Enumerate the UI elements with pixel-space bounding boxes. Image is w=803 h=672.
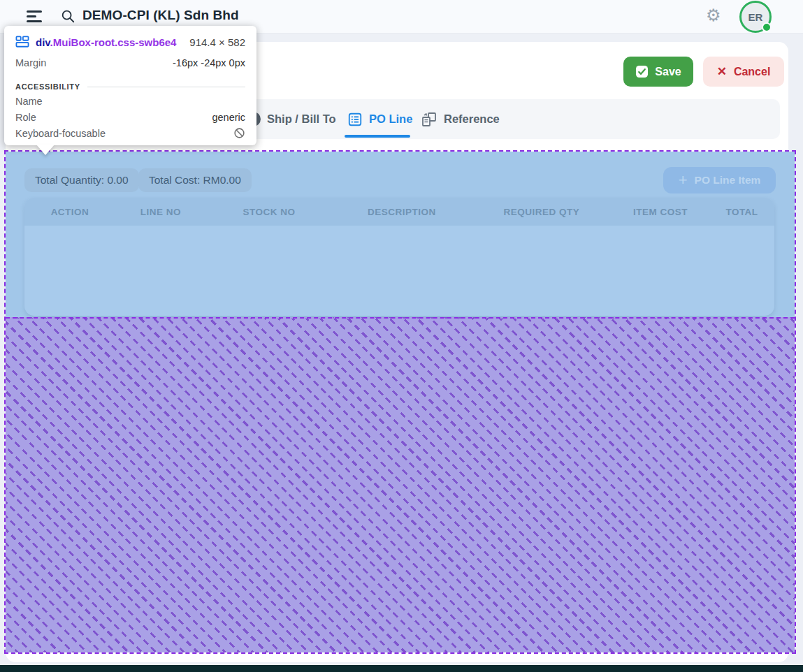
a11y-keyboard-label: Keyboard-focusable: [15, 128, 106, 139]
save-button[interactable]: Save: [623, 57, 693, 87]
column-header: TOTAL: [709, 207, 774, 217]
a11y-role-label: Role: [15, 112, 36, 123]
menu-icon[interactable]: [27, 10, 42, 23]
avatar[interactable]: ER: [739, 1, 772, 33]
tab-ship-bill-to[interactable]: Ship / Bill To: [246, 99, 336, 139]
inspected-dimensions: 914.4 × 582: [189, 36, 245, 48]
highlight-content-zone: Total Quantity: 0.00 Total Cost: RM0.00 …: [6, 152, 795, 317]
a11y-name-label: Name: [15, 96, 43, 107]
column-header: STOCK NO: [206, 207, 332, 217]
a11y-role-value: generic: [212, 112, 245, 123]
check-icon: [635, 65, 649, 78]
avatar-initials: ER: [748, 11, 763, 23]
total-quantity-chip: Total Quantity: 0.00: [24, 168, 139, 192]
inspected-selector: div.MuiBox-root.css-swb6e4: [36, 36, 176, 48]
active-tab-indicator: [345, 135, 410, 138]
margin-value: -16px -24px 0px: [173, 57, 245, 68]
tooltip-pointer: [36, 145, 55, 155]
online-status-dot: [762, 22, 772, 32]
po-line-table-header-row: ACTION LINE NO STOCK NO DESCRIPTION REQU…: [24, 198, 774, 226]
section-divider: [87, 87, 245, 87]
add-po-line-item-label: PO Line Item: [695, 174, 761, 187]
margin-label: Margin: [15, 57, 46, 68]
column-header: REQUIRED QTY: [472, 207, 612, 217]
search-icon[interactable]: [60, 8, 75, 24]
devtools-panel-edge: [0, 665, 803, 672]
column-header: LINE NO: [115, 207, 206, 217]
plus-icon: +: [679, 173, 688, 188]
column-header: ITEM COST: [612, 207, 709, 217]
not-focusable-icon: [233, 127, 245, 139]
tab-po-line[interactable]: PO Line: [347, 99, 412, 139]
highlight-margin-zone: [6, 317, 795, 652]
column-header: DESCRIPTION: [332, 207, 472, 217]
add-po-line-item-button[interactable]: + PO Line Item: [663, 167, 776, 193]
total-cost-chip: Total Cost: RM0.00: [138, 168, 252, 192]
accessibility-section-title: ACCESSIBILITY: [15, 82, 80, 91]
po-line-table: ACTION LINE NO STOCK NO DESCRIPTION REQU…: [24, 198, 774, 316]
cancel-button[interactable]: ✕ Cancel: [703, 57, 784, 87]
tab-label: PO Line: [369, 112, 412, 126]
reference-docs-icon: [421, 111, 437, 128]
column-header: ACTION: [24, 207, 115, 217]
cancel-label: Cancel: [734, 66, 770, 78]
tab-label: Ship / Bill To: [267, 112, 336, 126]
tab-label: Reference: [444, 112, 500, 126]
devtools-element-tooltip: div.MuiBox-root.css-swb6e4 914.4 × 582 M…: [4, 26, 256, 145]
save-label: Save: [655, 66, 681, 78]
list-icon: [347, 112, 363, 127]
layout-grid-icon: [15, 36, 29, 48]
devtools-highlight-overlay: Total Quantity: 0.00 Total Cost: RM0.00 …: [4, 150, 796, 654]
tab-reference[interactable]: Reference: [421, 99, 500, 139]
close-icon: ✕: [717, 64, 727, 79]
company-title: DEMO-CPI (KL) Sdn Bhd: [82, 8, 239, 23]
settings-gear-icon[interactable]: ⚙: [706, 6, 721, 25]
